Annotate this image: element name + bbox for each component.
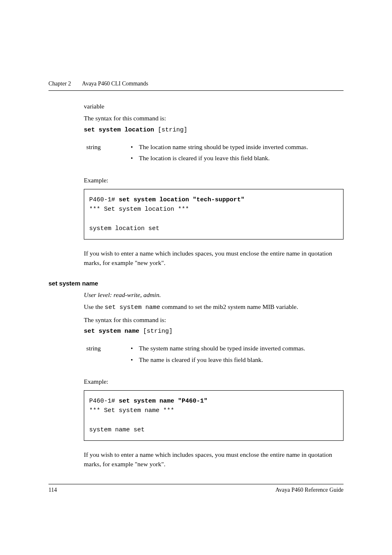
- page-container: Chapter 2 Avaya P460 CLI Commands variab…: [0, 0, 392, 469]
- page-header: Chapter 2 Avaya P460 CLI Commands: [48, 81, 344, 91]
- param-name-1: string: [84, 142, 131, 152]
- param-row-2: string The system name string should be …: [84, 343, 344, 366]
- syntax-cmd-bold-1: set system location: [84, 127, 154, 134]
- param-bullet: The location name string should be typed…: [131, 142, 344, 152]
- code-line3-2: system name set: [89, 426, 145, 433]
- syntax-line-2: set system name [string]: [84, 327, 344, 336]
- param-bullet: The location is cleared if you leave thi…: [131, 153, 344, 163]
- code-box-1: P460-1# set system location "tech-suppor…: [84, 189, 344, 240]
- syntax-cmd-rest-2: [string]: [139, 328, 173, 335]
- example-label-2: Example:: [84, 377, 344, 386]
- use-post: command to set the mib2 system name MIB …: [160, 303, 298, 310]
- variable-line: variable: [84, 101, 344, 111]
- code-line3-1: system location set: [89, 225, 159, 232]
- code-line2-1: *** Set system location ***: [89, 206, 189, 213]
- code-box-2: P460-1# set system name "P460-1" *** Set…: [84, 390, 344, 441]
- syntax-intro-1: The syntax for this command is:: [84, 113, 344, 123]
- syntax-line-1: set system location [string]: [84, 126, 344, 135]
- user-level: User level: read-write, admin.: [84, 290, 344, 299]
- example-label-1: Example:: [84, 175, 344, 185]
- param-name-2: string: [84, 343, 131, 353]
- code-prompt-1: P460-1#: [89, 196, 119, 203]
- code-prompt-2: P460-1#: [89, 398, 119, 405]
- note-2: If you wish to enter a name which includ…: [84, 450, 344, 469]
- syntax-cmd-rest-1: [string]: [154, 127, 187, 134]
- page-number: 114: [48, 487, 57, 493]
- code-line2-2: *** Set system name ***: [89, 407, 174, 414]
- use-cmd: set system name: [105, 304, 160, 311]
- page-footer: 114 Avaya P460 Reference Guide: [48, 484, 344, 493]
- use-line: Use the set system name command to set t…: [84, 302, 344, 313]
- syntax-cmd-bold-2: set system name: [84, 328, 139, 335]
- param-row-1: string The location name string should b…: [84, 142, 344, 165]
- syntax-intro-2: The syntax for this command is:: [84, 315, 344, 325]
- code-cmd-2: set system name "P460-1": [119, 398, 208, 405]
- chapter-label: Chapter 2: [48, 81, 71, 87]
- note-1: If you wish to enter a name which includ…: [84, 249, 344, 268]
- header-title: Avaya P460 CLI Commands: [82, 81, 148, 87]
- footer-doc-title: Avaya P460 Reference Guide: [275, 487, 344, 493]
- use-pre: Use the: [84, 303, 105, 310]
- param-desc-1: The location name string should be typed…: [131, 142, 344, 165]
- param-bullet: The name is cleared if you leave this fi…: [131, 355, 344, 364]
- param-bullet: The system name string should be typed i…: [131, 343, 344, 353]
- param-desc-2: The system name string should be typed i…: [131, 343, 344, 366]
- code-cmd-1: set system location "tech-support": [119, 196, 244, 203]
- section-heading-set-system-name: set system name: [48, 279, 344, 288]
- content-area: variable The syntax for this command is:…: [48, 101, 344, 469]
